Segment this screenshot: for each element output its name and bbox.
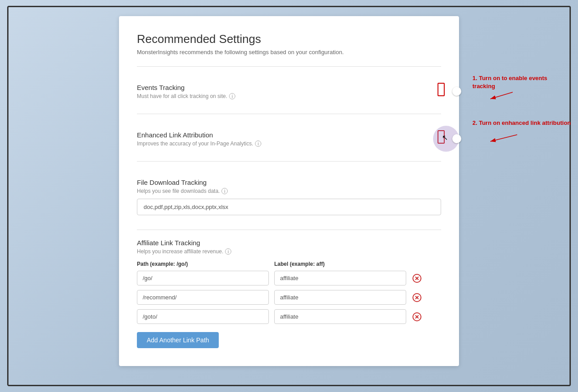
file-download-input[interactable]: doc,pdf,ppt,zip,xls,docx,pptx,xlsx xyxy=(137,199,441,215)
file-download-info-icon[interactable]: i xyxy=(221,188,228,194)
enhanced-link-red-box xyxy=(438,130,445,144)
affiliate-title: Affiliate Link Tracking xyxy=(137,239,441,247)
settings-card: 1. Turn on to enable events tracking 2. … xyxy=(119,16,459,366)
affiliate-path-3[interactable] xyxy=(137,309,269,324)
file-download-label: File Download Tracking xyxy=(137,179,228,186)
events-tracking-desc: Must have for all click tracking on site… xyxy=(137,93,235,99)
path-header: Path (example: /go/) xyxy=(137,261,269,267)
affiliate-headers: Path (example: /go/) Label (example: aff… xyxy=(137,261,441,267)
remove-row-1-button[interactable] xyxy=(412,273,422,284)
affiliate-info-icon[interactable]: i xyxy=(225,248,231,255)
remove-row-3-icon xyxy=(412,312,421,321)
enhanced-link-desc: Improves the accuracy of your In-Page An… xyxy=(137,141,261,147)
file-download-info: File Download Tracking Helps you see fil… xyxy=(137,179,228,194)
affiliate-path-1[interactable] xyxy=(137,271,269,285)
cursor-indicator: ↖ xyxy=(442,133,448,142)
svg-line-1 xyxy=(490,135,517,141)
divider-4 xyxy=(137,230,441,230)
remove-row-2-icon xyxy=(412,293,421,302)
enhanced-link-thumb xyxy=(452,134,461,143)
affiliate-row-3 xyxy=(137,309,441,324)
page-subtitle: MonsterInsights recommends the following… xyxy=(137,49,441,55)
events-tracking-red-box xyxy=(438,83,445,96)
affiliate-row-1 xyxy=(137,271,441,285)
affiliate-row-2 xyxy=(137,290,441,305)
enhanced-link-info: Enhanced Link Attribution Improves the a… xyxy=(137,131,261,147)
outer-border: 1. Turn on to enable events tracking 2. … xyxy=(7,6,571,386)
annotation-1: 1. Turn on to enable events tracking xyxy=(472,74,562,90)
events-tracking-row: Events Tracking Must have for all click … xyxy=(137,76,441,105)
affiliate-path-2[interactable] xyxy=(137,290,269,305)
remove-row-2-button[interactable] xyxy=(412,292,422,303)
divider-1 xyxy=(137,66,441,67)
remove-row-3-button[interactable] xyxy=(412,311,422,322)
events-tracking-info: Events Tracking Must have for all click … xyxy=(137,84,235,99)
svg-line-0 xyxy=(490,92,513,99)
affiliate-section: Affiliate Link Tracking Helps you increa… xyxy=(137,239,441,348)
divider-2 xyxy=(137,114,441,114)
events-tracking-label: Events Tracking xyxy=(137,84,235,91)
enhanced-link-row: Enhanced Link Attribution Improves the a… xyxy=(137,123,441,152)
events-tracking-thumb xyxy=(452,87,461,96)
events-tracking-info-icon[interactable]: i xyxy=(229,93,235,99)
annotation-2: 2. Turn on enhanced link attribution xyxy=(472,119,578,127)
affiliate-label-1[interactable] xyxy=(274,271,406,285)
affiliate-label-3[interactable] xyxy=(274,309,406,324)
enhanced-link-info-icon[interactable]: i xyxy=(255,141,261,147)
label-header: Label (example: aff) xyxy=(274,261,406,267)
page-title: Recommended Settings xyxy=(137,32,441,46)
enhanced-link-label: Enhanced Link Attribution xyxy=(137,131,261,139)
remove-row-1-icon xyxy=(412,274,421,283)
file-download-row: File Download Tracking Helps you see fil… xyxy=(137,170,441,221)
file-download-desc: Helps you see file downloads data. i xyxy=(137,188,228,194)
affiliate-label-2[interactable] xyxy=(274,290,406,305)
affiliate-desc: Helps you increase affiliate revenue. i xyxy=(137,248,441,255)
add-link-path-button[interactable]: Add Another Link Path xyxy=(137,332,219,348)
divider-3 xyxy=(137,161,441,162)
